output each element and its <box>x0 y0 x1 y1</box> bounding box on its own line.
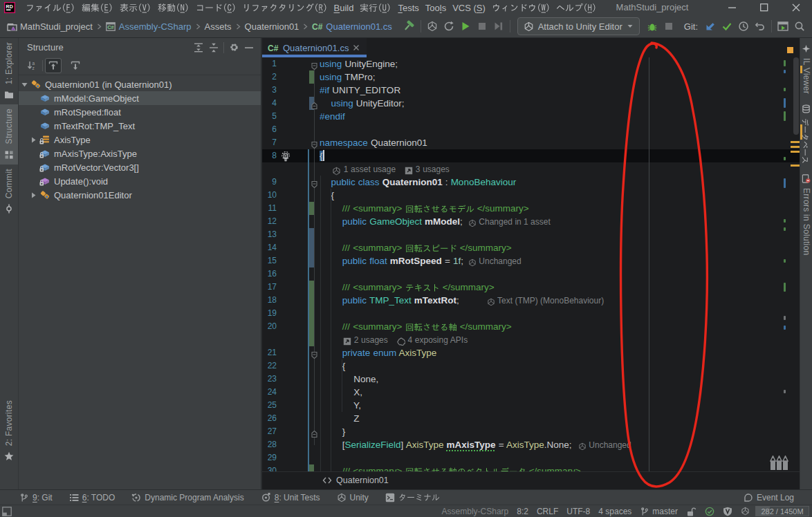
toolwindow-button-event-log[interactable]: Event Log <box>744 493 794 502</box>
stripe-button-1-explorer[interactable]: 1: Explorer <box>0 38 18 104</box>
memory-indicator[interactable]: 282 / 1450M <box>755 506 809 516</box>
code-line-11[interactable]: 11 /// <summary> </summary> <box>262 202 800 215</box>
vcs-stripe-mark[interactable] <box>784 219 786 223</box>
status-lock[interactable] <box>686 507 696 516</box>
stripe-button-errors-in-solution[interactable]: Errors in Solution <box>800 168 812 259</box>
toolwindow-button-6-todo[interactable]: 6: TODO <box>69 493 116 502</box>
collapse-all-button[interactable] <box>206 40 221 55</box>
tab-close-button[interactable] <box>353 44 360 51</box>
code-editor[interactable]: 1using UnityEngine;2using TMPro;3#if UNI… <box>262 57 800 471</box>
menu-build[interactable]: Build <box>331 0 357 15</box>
editor-tab[interactable]: C# Quaternion01.cs <box>262 38 367 57</box>
vcs-stripe-mark[interactable] <box>784 98 786 108</box>
code-line-26[interactable]: 26 Z <box>262 412 800 425</box>
code-line-18[interactable]: 18 Text (TMP) (MonoBehaviour) public TMP… <box>262 294 800 307</box>
run-button[interactable] <box>457 17 474 35</box>
code-line-7[interactable]: 7namespace Quaternion01 <box>262 136 800 149</box>
refresh-button[interactable] <box>441 17 457 35</box>
vcs-stripe-mark[interactable] <box>784 70 786 73</box>
toolwindow-button-unity[interactable]: Unity <box>337 493 369 502</box>
git-update-button[interactable] <box>702 17 719 35</box>
close-button[interactable] <box>780 0 812 15</box>
menu-w[interactable] <box>488 0 553 15</box>
status-utf-8[interactable]: UTF-8 <box>566 507 590 516</box>
warning-stripe-mark[interactable] <box>791 141 800 143</box>
menu-f[interactable] <box>22 0 78 15</box>
structure-settings-button[interactable] <box>226 40 241 55</box>
debug-button[interactable] <box>644 17 661 35</box>
run-configuration-select[interactable]: Attach to Unity Editor <box>517 17 640 35</box>
rerun-button[interactable] <box>490 17 507 35</box>
tree-item-mrotvector[interactable]: mRotVector:Vector3[] <box>19 160 261 174</box>
code-line-23[interactable]: 23 None, <box>262 373 800 386</box>
menu-h[interactable] <box>553 0 599 15</box>
menu-e[interactable] <box>78 0 116 15</box>
status-assembly-csharp[interactable]: Assembly-CSharp <box>442 507 509 516</box>
menu-vcss[interactable]: VCS (S) <box>450 0 489 15</box>
autoscroll-to-source-button[interactable] <box>67 58 84 73</box>
code-line-20[interactable]: 20 /// <summary> </summary> <box>262 320 800 333</box>
vcs-stripe-mark[interactable] <box>784 390 786 393</box>
breadcrumb-quaternion01[interactable]: Quaternion01 <box>245 21 299 32</box>
sort-alphabetically-button[interactable]: az <box>24 58 40 73</box>
code-line-22[interactable]: 22 { <box>262 359 800 373</box>
breadcrumb-assembly-csharp[interactable]: C#Assembly-CSharp <box>106 21 192 32</box>
tree-item-mtextrot[interactable]: mTextRot:TMP_Text <box>19 119 261 133</box>
menu-n[interactable] <box>154 0 192 15</box>
tree-item-update[interactable]: Update():void <box>19 174 261 188</box>
vcs-stripe-mark[interactable] <box>784 111 786 121</box>
toolwindow-button--[interactable] <box>385 492 440 503</box>
status-unitysmall[interactable] <box>741 507 750 516</box>
status-8-2[interactable]: 8:2 <box>517 507 528 516</box>
vcs-stripe-mark[interactable] <box>784 259 786 263</box>
menu-tools[interactable]: Tools <box>422 0 449 15</box>
vcs-stripe-mark[interactable] <box>784 326 786 330</box>
autoscroll-from-source-button[interactable] <box>45 58 62 73</box>
rollback-button[interactable] <box>752 17 768 35</box>
code-line-12[interactable]: 12 Changed in 1 asset public GameObject … <box>262 215 800 228</box>
code-line-2[interactable]: 2using TMPro; <box>262 70 800 84</box>
code-line-29[interactable]: 29 <box>262 451 800 464</box>
stop-debug-button[interactable] <box>661 17 677 35</box>
code-line-1[interactable]: 1using UnityEngine; <box>262 57 800 70</box>
status-master[interactable]: master <box>640 507 678 516</box>
toolwindow-button-dynamic-program-analysis[interactable]: Dynamic Program Analysis <box>131 493 243 502</box>
vcs-stripe-mark[interactable] <box>784 157 786 160</box>
vcs-stripe-mark[interactable] <box>784 178 786 188</box>
code-line-9[interactable]: 9 public class Quaternion01 : MonoBehavi… <box>262 176 800 189</box>
menu-u[interactable] <box>357 0 395 15</box>
code-line-24[interactable]: 24 X, <box>262 386 800 399</box>
stop-button[interactable] <box>474 17 490 35</box>
code-line-5[interactable]: 5#endif <box>262 110 800 123</box>
code-line-28[interactable]: 28 Unchanged [SerializeField] AxisType m… <box>262 438 800 451</box>
scrollbar-thumb[interactable] <box>793 57 799 135</box>
maximize-button[interactable] <box>748 0 780 15</box>
status-shield[interactable] <box>723 507 732 516</box>
expand-all-button[interactable] <box>191 40 206 55</box>
code-line-13[interactable]: 13 <box>262 228 800 241</box>
tree-item-mmodel[interactable]: mModel:GameObject <box>19 91 261 105</box>
code-line-3[interactable]: 3#if UNITY_EDITOR <box>262 84 800 97</box>
code-line-6[interactable]: 6 <box>262 123 800 136</box>
toolwindow-switcher[interactable] <box>2 507 12 516</box>
warning-stripe-mark[interactable] <box>791 164 800 167</box>
code-line-25[interactable]: 25 Y, <box>262 399 800 412</box>
warning-stripe-mark[interactable] <box>791 146 800 148</box>
history-button[interactable] <box>735 17 752 35</box>
vcs-stripe-mark[interactable] <box>784 60 786 66</box>
tree-item-quaternion01[interactable]: Quaternion01 (in Quaternion01) <box>19 77 261 91</box>
code-line-8[interactable]: 8{ <box>262 149 800 162</box>
stripe-button-commit[interactable]: Commit <box>0 164 18 218</box>
tree-item-maxistype[interactable]: mAxisType:AxisType <box>19 147 261 160</box>
breadcrumb-quaternion01-cs[interactable]: C#Quaternion01.cs <box>312 21 391 32</box>
status-crlf[interactable]: CRLF <box>537 507 558 516</box>
code-line-19[interactable]: 19 <box>262 307 800 320</box>
tree-item-axistype[interactable]: AxisType <box>19 133 261 147</box>
code-line-30[interactable]: 30 /// <summary> </summary> <box>262 464 800 471</box>
menu-c[interactable] <box>192 0 239 15</box>
code-line-15[interactable]: 15 Unchanged public float mRotSpeed = 1f… <box>262 254 800 267</box>
menu-v[interactable] <box>116 0 154 15</box>
stripe-button-2-favorites[interactable]: 2: Favorites <box>0 396 18 466</box>
stripe-button--[interactable] <box>800 98 812 168</box>
search-everywhere-button[interactable] <box>791 17 808 35</box>
